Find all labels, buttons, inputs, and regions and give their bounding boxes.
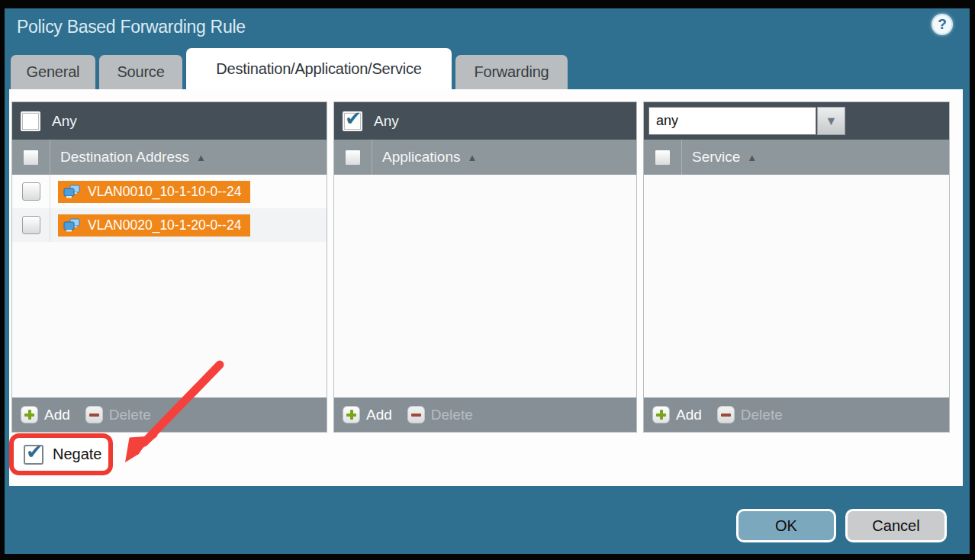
applications-header-label: Applications xyxy=(372,149,460,166)
tab-general[interactable]: General xyxy=(11,55,95,89)
minus-icon xyxy=(85,406,103,423)
tab-source[interactable]: Source xyxy=(99,55,182,89)
minus-icon xyxy=(717,406,735,423)
service-column: any ▼ Service ▲ Add Delete xyxy=(643,101,950,433)
destination-column-header[interactable]: Destination Address ▲ xyxy=(12,140,327,175)
address-object-chip[interactable]: VLAN0020_10-1-20-0--24 xyxy=(58,214,250,237)
minus-icon xyxy=(407,406,425,423)
cancel-button[interactable]: Cancel xyxy=(845,509,947,542)
policy-based-forwarding-dialog: Policy Based Forwarding Rule ? General S… xyxy=(5,8,970,554)
applications-column: Any Applications ▲ Add Delete xyxy=(333,101,637,433)
service-dropdown[interactable]: any ▼ xyxy=(648,107,845,135)
service-select-all-checkbox[interactable] xyxy=(655,150,671,166)
dialog-title: Policy Based Forwarding Rule xyxy=(17,17,246,37)
applications-any-checkbox[interactable] xyxy=(343,111,362,131)
title-bar: Policy Based Forwarding Rule ? xyxy=(5,8,970,48)
destination-footer: Add Delete xyxy=(12,397,327,432)
table-row[interactable]: VLAN0020_10-1-20-0--24 xyxy=(12,208,327,242)
sort-asc-icon: ▲ xyxy=(467,152,477,163)
add-button[interactable]: Add xyxy=(21,406,70,423)
service-footer: Add Delete xyxy=(644,397,949,432)
delete-button[interactable]: Delete xyxy=(85,406,151,423)
service-column-header[interactable]: Service ▲ xyxy=(644,140,949,175)
destination-header-label: Destination Address xyxy=(50,149,189,166)
destination-select-all-checkbox[interactable] xyxy=(23,150,39,166)
applications-any-bar: Any xyxy=(334,102,636,140)
negate-highlight-annotation: Negate xyxy=(9,433,113,475)
sort-asc-icon: ▲ xyxy=(747,152,757,163)
address-object-chip[interactable]: VLAN0010_10-1-10-0--24 xyxy=(58,181,250,203)
destination-any-bar: Any xyxy=(12,102,327,140)
service-list xyxy=(644,175,949,397)
add-button[interactable]: Add xyxy=(343,406,392,423)
add-button[interactable]: Add xyxy=(652,406,702,423)
negate-label: Negate xyxy=(53,446,102,463)
service-dropdown-bar: any ▼ xyxy=(644,102,949,140)
ok-button[interactable]: OK xyxy=(736,509,836,542)
delete-button[interactable]: Delete xyxy=(717,406,783,423)
tab-content-panel: Any Destination Address ▲ xyxy=(9,89,963,486)
plus-icon xyxy=(652,406,670,423)
network-hosts-icon xyxy=(63,218,81,232)
plus-icon xyxy=(343,406,360,423)
address-object-label: VLAN0010_10-1-10-0--24 xyxy=(88,184,241,200)
destination-list: VLAN0010_10-1-10-0--24 VLAN0020_10-1-20-… xyxy=(12,175,327,397)
service-dropdown-value[interactable]: any xyxy=(648,107,816,135)
applications-column-header[interactable]: Applications ▲ xyxy=(334,140,636,175)
chevron-down-icon: ▼ xyxy=(825,114,838,128)
sort-asc-icon: ▲ xyxy=(196,152,206,163)
applications-any-label: Any xyxy=(374,113,399,130)
applications-list xyxy=(334,175,636,397)
network-hosts-icon xyxy=(63,185,81,198)
dropdown-button[interactable]: ▼ xyxy=(817,107,845,135)
negate-checkbox[interactable] xyxy=(24,445,43,465)
applications-select-all-checkbox[interactable] xyxy=(345,150,361,166)
table-row[interactable]: VLAN0010_10-1-10-0--24 xyxy=(12,175,327,208)
applications-footer: Add Delete xyxy=(334,397,636,432)
tab-bar: General Source Destination/Application/S… xyxy=(11,48,964,89)
destination-any-checkbox[interactable] xyxy=(21,111,40,131)
service-header-label: Service xyxy=(682,149,740,166)
address-object-label: VLAN0020_10-1-20-0--24 xyxy=(88,217,241,233)
row-checkbox[interactable] xyxy=(22,182,40,201)
delete-button[interactable]: Delete xyxy=(407,406,473,423)
destination-address-column: Any Destination Address ▲ xyxy=(11,101,327,433)
tab-forwarding[interactable]: Forwarding xyxy=(455,55,568,89)
help-icon[interactable]: ? xyxy=(932,14,953,35)
row-checkbox[interactable] xyxy=(22,216,40,234)
tab-destination-application-service[interactable]: Destination/Application/Service xyxy=(186,48,452,89)
plus-icon xyxy=(21,406,38,423)
destination-any-label: Any xyxy=(52,113,77,130)
